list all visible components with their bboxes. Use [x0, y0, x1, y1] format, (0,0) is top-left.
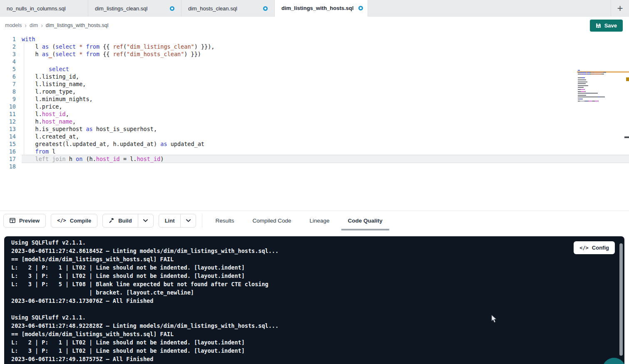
code-line[interactable]: l as (select * from {{ ref("dim_listings…: [22, 43, 629, 50]
minimap-row: [578, 91, 609, 92]
code-line[interactable]: l.room_type,: [22, 88, 629, 95]
lint-button[interactable]: Lint: [159, 214, 181, 227]
tab-compiled-code[interactable]: Compiled Code: [252, 211, 291, 230]
lint-ruler-marker: [626, 77, 629, 81]
code-line-active[interactable]: left join h on (h.host_id = l.host_id): [22, 155, 629, 163]
code-line[interactable]: [22, 163, 629, 170]
build-dropdown-button[interactable]: [138, 214, 153, 227]
line-number: 8: [0, 88, 16, 95]
code-line[interactable]: l.listing_name,: [22, 80, 629, 88]
minimap-row: [578, 77, 609, 78]
tab-dim-listings-clean[interactable]: dim_listings_clean.sql: [88, 0, 181, 17]
hammer-icon: [109, 218, 114, 223]
line-number: 3: [0, 50, 16, 58]
minimap-row: [578, 74, 609, 74]
minimap-row: [578, 83, 609, 84]
save-floppy-icon: [596, 23, 601, 28]
plus-icon: +: [617, 2, 623, 14]
code-line[interactable]: l.host_id,: [22, 110, 629, 118]
tab-results[interactable]: Results: [215, 211, 234, 230]
terminal-line: 2023-06-06T11:27:42.861845Z — Linting mo…: [11, 247, 608, 255]
panel-tab-label: Compiled Code: [252, 218, 291, 224]
tab-lineage[interactable]: Lineage: [310, 211, 330, 230]
breadcrumb-models[interactable]: models: [5, 22, 22, 28]
config-label: Config: [592, 245, 609, 251]
minimap-row: [578, 102, 609, 103]
terminal-scrollbar-thumb[interactable]: [619, 243, 623, 356]
line-number: 4: [0, 58, 16, 65]
tab-label: dim_hosts_clean.sql: [188, 5, 237, 12]
line-number: 7: [0, 80, 16, 88]
line-number: 14: [0, 133, 16, 140]
code-line[interactable]: l.listing_id,: [22, 73, 629, 80]
config-button[interactable]: </> Config: [574, 241, 615, 254]
line-number: 6: [0, 73, 16, 80]
tab-code-quality[interactable]: Code Quality: [348, 211, 383, 230]
modified-dot-icon: [170, 6, 174, 11]
chevron-right-icon: ›: [25, 22, 27, 29]
mouse-cursor: [491, 315, 498, 323]
line-number: 1: [0, 35, 16, 43]
code-line[interactable]: h as (select * from {{ ref("dim_hosts_cl…: [22, 50, 629, 58]
new-tab-button[interactable]: +: [611, 0, 629, 17]
build-button[interactable]: Build: [103, 214, 138, 227]
line-number: 15: [0, 140, 16, 148]
compile-label: Compile: [70, 218, 91, 224]
line-number: 11: [0, 110, 16, 118]
terminal-line: 2023-06-06T11:27:49.187575Z — All Finish…: [11, 355, 608, 363]
file-header-row: models › dim › dim_listings_with_hosts.s…: [0, 17, 629, 34]
code-editor[interactable]: 123456789101112131415161718 with l as (s…: [0, 34, 629, 210]
code-line[interactable]: [22, 58, 629, 65]
editor-code[interactable]: with l as (select * from {{ ref("dim_lis…: [22, 35, 629, 170]
editor-scrollbar-thumb[interactable]: [624, 136, 629, 138]
compile-button[interactable]: </> Compile: [51, 214, 97, 228]
breadcrumb-dim[interactable]: dim: [30, 22, 38, 28]
chevron-down-icon: [143, 219, 148, 222]
tab-no-nulls-in-columns[interactable]: no_nulls_in_columns.sql: [0, 0, 88, 17]
code-line[interactable]: l.created_at,: [22, 133, 629, 140]
breadcrumb-file: dim_listings_with_hosts.sql: [46, 22, 109, 28]
minimap-row: [578, 95, 609, 96]
action-toolbar: Preview </> Compile Build: [0, 210, 629, 230]
lint-label: Lint: [165, 218, 175, 224]
minimap-row: [578, 82, 609, 82]
terminal-line: == [models/dim/dim_listings_with_hosts.s…: [11, 255, 608, 263]
lint-split-button: Lint: [159, 214, 196, 228]
code-line[interactable]: from l: [22, 148, 629, 155]
terminal-line: Using SQLFluff v2.1.1.: [11, 313, 608, 322]
minimap-row: [578, 93, 609, 94]
minimap-row: [578, 85, 609, 86]
line-number: 16: [0, 148, 16, 155]
preview-button[interactable]: Preview: [3, 214, 46, 228]
line-number: 12: [0, 118, 16, 125]
minimap-row: [578, 89, 609, 90]
terminal-line: == [models/dim/dim_listings_with_hosts.s…: [11, 330, 608, 338]
terminal-output: Using SQLFluff v2.1.1.2023-06-06T11:27:4…: [11, 238, 608, 363]
minimap-row: [578, 76, 609, 77]
save-button[interactable]: Save: [590, 20, 623, 32]
file-tab-bar: no_nulls_in_columns.sql dim_listings_cle…: [0, 0, 629, 17]
code-line[interactable]: select: [22, 65, 629, 73]
minimap-row: [578, 87, 609, 88]
lint-dropdown-button[interactable]: [181, 214, 196, 227]
terminal-line: L: 3 | P: 1 | LT02 | Line should not be …: [11, 347, 608, 355]
tab-dim-listings-with-hosts[interactable]: dim_listings_with_hosts.sql: [275, 0, 368, 17]
line-number: 2: [0, 43, 16, 50]
code-line[interactable]: l.price,: [22, 103, 629, 110]
minimap-row: [578, 99, 609, 99]
minimap-row: [578, 97, 609, 97]
line-number: 5: [0, 65, 16, 73]
minimap-row: [578, 79, 609, 80]
line-number: 18: [0, 163, 16, 170]
preview-label: Preview: [19, 218, 40, 224]
terminal-line: | bracket. [layout.cte_newline]: [11, 288, 608, 297]
terminal-line: 2023-06-06T11:27:48.922828Z — Linting mo…: [11, 322, 608, 330]
terminal-line: [11, 305, 608, 313]
code-line[interactable]: h.host_name,: [22, 118, 629, 125]
code-line[interactable]: l.minimum_nights,: [22, 95, 629, 103]
code-line[interactable]: h.is_superhost as host_is_superhost,: [22, 125, 629, 133]
tab-dim-hosts-clean[interactable]: dim_hosts_clean.sql: [181, 0, 275, 17]
minimap[interactable]: [578, 70, 609, 104]
code-line[interactable]: greatest(l.updated_at, h.updated_at) as …: [22, 140, 629, 148]
code-line[interactable]: with: [22, 35, 629, 43]
